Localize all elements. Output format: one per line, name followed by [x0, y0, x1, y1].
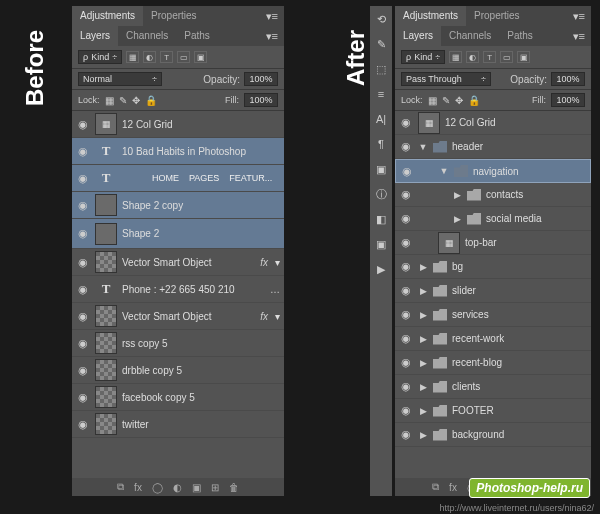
fill-value[interactable]: 100% — [244, 93, 278, 107]
visibility-icon[interactable]: ◉ — [399, 188, 413, 201]
tab-paths[interactable]: Paths — [499, 26, 541, 46]
layer-row[interactable]: ◉Vector Smart Objectfx▾ — [72, 303, 284, 330]
visibility-icon[interactable]: ◉ — [76, 256, 90, 269]
fx-icon[interactable]: fx — [134, 482, 142, 493]
layer-row[interactable]: ◉TPhone : +22 665 450 210… — [72, 276, 284, 303]
fx-badge[interactable]: fx — [260, 311, 268, 322]
adjust-icon[interactable]: ◐ — [173, 482, 182, 493]
filter-shape-icon[interactable]: ▭ — [500, 51, 513, 63]
layer-row[interactable]: ◉▦12 Col Grid — [395, 111, 591, 135]
disclosure-icon[interactable]: ▶ — [418, 406, 428, 416]
mask-icon[interactable]: ◯ — [152, 482, 163, 493]
panel-menu-icon[interactable]: ▾≡ — [260, 26, 284, 46]
visibility-icon[interactable]: ◉ — [76, 310, 90, 323]
lock-all-icon[interactable]: ▦ — [105, 95, 114, 106]
group-icon[interactable]: ▣ — [192, 482, 201, 493]
layer-row[interactable]: ◉▶contacts — [395, 183, 591, 207]
tab-channels[interactable]: Channels — [118, 26, 176, 46]
tab-layers[interactable]: Layers — [395, 26, 441, 46]
tool-icon[interactable]: ⬚ — [374, 62, 388, 76]
layer-row[interactable]: ◉twitter — [72, 411, 284, 438]
new-icon[interactable]: ⊞ — [211, 482, 219, 493]
tab-channels[interactable]: Channels — [441, 26, 499, 46]
layer-row[interactable]: ◉▼navigation — [395, 159, 591, 183]
filter-adjust-icon[interactable]: ◐ — [466, 51, 479, 63]
tab-adjustments[interactable]: Adjustments — [395, 6, 466, 26]
lock-icon[interactable]: 🔒 — [468, 95, 480, 106]
visibility-icon[interactable]: ◉ — [400, 165, 414, 178]
tool-icon[interactable]: ⟲ — [374, 12, 388, 26]
tab-paths[interactable]: Paths — [176, 26, 218, 46]
blend-mode-dropdown[interactable]: Normal÷ — [78, 72, 162, 86]
visibility-icon[interactable]: ◉ — [76, 227, 90, 240]
visibility-icon[interactable]: ◉ — [399, 356, 413, 369]
lock-pixel-icon[interactable]: ✎ — [442, 95, 450, 106]
visibility-icon[interactable]: ◉ — [399, 284, 413, 297]
disclosure-icon[interactable]: ▶ — [418, 262, 428, 272]
fx-badge[interactable]: fx — [260, 257, 268, 268]
visibility-icon[interactable]: ◉ — [399, 404, 413, 417]
lock-pos-icon[interactable]: ✥ — [455, 95, 463, 106]
layer-row[interactable]: ◉drbble copy 5 — [72, 357, 284, 384]
trash-icon[interactable]: 🗑 — [229, 482, 239, 493]
layer-row[interactable]: ◉▶slider — [395, 279, 591, 303]
filter-type-icon[interactable]: T — [160, 51, 173, 63]
layer-row[interactable]: ◉Shape 2 copy — [72, 192, 284, 219]
disclosure-icon[interactable]: ▼ — [418, 142, 428, 152]
layer-row[interactable]: ◉▶background — [395, 423, 591, 447]
disclosure-icon[interactable]: ▶ — [418, 334, 428, 344]
visibility-icon[interactable]: ◉ — [399, 428, 413, 441]
lock-pixel-icon[interactable]: ✎ — [119, 95, 127, 106]
layer-row[interactable]: ◉Shape 2 — [72, 219, 284, 249]
visibility-icon[interactable]: ◉ — [399, 116, 413, 129]
visibility-icon[interactable]: ◉ — [76, 145, 90, 158]
filter-type-icon[interactable]: T — [483, 51, 496, 63]
visibility-icon[interactable]: ◉ — [76, 199, 90, 212]
filter-shape-icon[interactable]: ▭ — [177, 51, 190, 63]
filter-pixel-icon[interactable]: ▦ — [126, 51, 139, 63]
visibility-icon[interactable]: ◉ — [76, 391, 90, 404]
disclosure-icon[interactable]: ▼ — [439, 166, 449, 176]
tool-icon[interactable]: ¶ — [374, 137, 388, 151]
visibility-icon[interactable]: ◉ — [76, 172, 90, 185]
visibility-icon[interactable]: ◉ — [399, 332, 413, 345]
disclosure-icon[interactable]: ▶ — [418, 310, 428, 320]
kind-dropdown[interactable]: ρ Kind ÷ — [401, 50, 445, 64]
panel-menu-icon[interactable]: ▾≡ — [567, 6, 591, 26]
layer-row[interactable]: ◉▶services — [395, 303, 591, 327]
tool-icon[interactable]: ▣ — [374, 237, 388, 251]
layer-row[interactable]: ◉Vector Smart Objectfx▾ — [72, 249, 284, 276]
disclosure-icon[interactable]: ▶ — [418, 286, 428, 296]
disclosure-icon[interactable]: ▶ — [418, 430, 428, 440]
disclosure-icon[interactable]: ▶ — [452, 214, 462, 224]
chevron-down-icon[interactable]: ▾ — [275, 311, 280, 322]
fill-value[interactable]: 100% — [551, 93, 585, 107]
visibility-icon[interactable]: ◉ — [399, 140, 413, 153]
layer-row[interactable]: ◉▶bg — [395, 255, 591, 279]
visibility-icon[interactable]: ◉ — [76, 418, 90, 431]
layer-row[interactable]: ◉▶recent-blog — [395, 351, 591, 375]
layer-row[interactable]: ◉facebook copy 5 — [72, 384, 284, 411]
visibility-icon[interactable]: ◉ — [76, 118, 90, 131]
panel-menu-icon[interactable]: ▾≡ — [567, 26, 591, 46]
opacity-value[interactable]: 100% — [551, 72, 585, 86]
visibility-icon[interactable]: ◉ — [76, 283, 90, 296]
layer-row[interactable]: ◉▶clients — [395, 375, 591, 399]
tab-adjustments[interactable]: Adjustments — [72, 6, 143, 26]
visibility-icon[interactable]: ◉ — [76, 337, 90, 350]
tool-icon[interactable]: ▶ — [374, 262, 388, 276]
tab-layers[interactable]: Layers — [72, 26, 118, 46]
tool-icon[interactable]: ≡ — [374, 87, 388, 101]
tool-icon[interactable]: ▣ — [374, 162, 388, 176]
tool-icon[interactable]: A| — [374, 112, 388, 126]
visibility-icon[interactable]: ◉ — [399, 380, 413, 393]
tab-properties[interactable]: Properties — [466, 6, 528, 26]
visibility-icon[interactable]: ◉ — [399, 260, 413, 273]
chevron-down-icon[interactable]: ▾ — [275, 257, 280, 268]
fx-icon[interactable]: fx — [449, 482, 457, 493]
layer-row[interactable]: ◉▶recent-work — [395, 327, 591, 351]
layer-row[interactable]: ◉▦12 Col Grid — [72, 111, 284, 138]
disclosure-icon[interactable]: ▶ — [418, 382, 428, 392]
tool-icon[interactable]: ⓘ — [374, 187, 388, 201]
visibility-icon[interactable]: ◉ — [76, 364, 90, 377]
